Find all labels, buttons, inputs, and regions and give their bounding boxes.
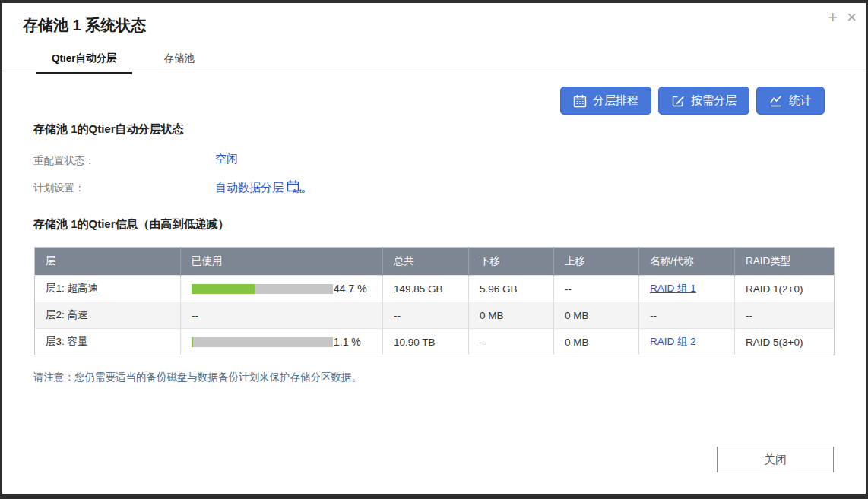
qtier-info-heading: 存储池 1的Qtier信息（由高到低递减） xyxy=(33,217,230,232)
schedule-setting-value: 自动数据分层 Auto xyxy=(215,179,519,197)
reconfig-status-row: 重配置状态： 空闲 xyxy=(33,153,95,168)
cell-tier: 层3: 容量 xyxy=(35,329,181,355)
raid-group-link[interactable]: RAID 组 2 xyxy=(650,336,696,347)
column-header: 名称/代称 xyxy=(639,248,735,276)
table-header-row: 层已使用总共下移上移名称/代称RAID类型 xyxy=(35,248,835,276)
column-header: 总共 xyxy=(383,248,469,276)
cell-total: -- xyxy=(383,302,469,329)
column-header: 下移 xyxy=(469,248,554,276)
cell-tier: 层2: 高速 xyxy=(35,302,181,329)
svg-text:Auto: Auto xyxy=(293,188,305,194)
usage-progress-bar xyxy=(192,284,333,294)
usage-percent-label: 1.1 % xyxy=(334,336,361,348)
cell-name-alias: RAID 组 1 xyxy=(639,276,735,302)
cell-raid-type: RAID 5(3+0) xyxy=(735,329,835,355)
cell-move-down: 0 MB xyxy=(469,302,554,329)
close-button[interactable]: 关闭 xyxy=(717,447,834,472)
calendar-auto-icon: Auto xyxy=(287,179,305,197)
table-row: 层1: 超高速44.7 %149.85 GB5.96 GB--RAID 组 1R… xyxy=(35,276,835,302)
schedule-setting-label: 计划设置： xyxy=(33,182,85,194)
tiering-schedule-label: 分层排程 xyxy=(593,93,638,108)
table-row: 层2: 高速----0 MB0 MB---- xyxy=(35,302,835,329)
maximize-icon[interactable]: + xyxy=(828,8,838,27)
cell-move-down: -- xyxy=(469,329,554,355)
toolbar: 分层排程 按需分层 统计 xyxy=(560,87,825,115)
storage-pool-status-dialog: 存储池 1 系统状态 + × Qtier自动分层 存储池 xyxy=(2,3,866,494)
cell-move-up: 0 MB xyxy=(554,302,639,329)
cell-used: 44.7 % xyxy=(181,276,383,302)
column-header: 上移 xyxy=(554,248,639,276)
usage-progress-bar xyxy=(192,337,333,347)
cell-raid-type: RAID 1(2+0) xyxy=(735,276,835,302)
cell-move-up: 0 MB xyxy=(554,329,639,355)
cell-raid-type: -- xyxy=(735,302,835,329)
dialog-title: 存储池 1 系统状态 xyxy=(23,15,146,36)
calendar-icon xyxy=(573,94,587,108)
cell-move-up: -- xyxy=(554,276,639,302)
line-chart-icon xyxy=(769,94,783,108)
cell-name-alias: RAID 组 2 xyxy=(639,329,735,355)
cell-total: 149.85 GB xyxy=(383,276,469,302)
cell-tier: 层1: 超高速 xyxy=(35,276,181,302)
cell-used: 1.1 % xyxy=(181,329,383,355)
window-controls: + × xyxy=(828,8,857,27)
column-header: RAID类型 xyxy=(735,248,835,276)
edit-icon xyxy=(671,94,685,108)
raid-group-link[interactable]: RAID 组 1 xyxy=(650,283,696,294)
column-header: 已使用 xyxy=(181,248,383,276)
column-header: 层 xyxy=(35,248,181,276)
cell-total: 10.90 TB xyxy=(383,329,469,355)
reconfig-status-label: 重配置状态： xyxy=(33,155,95,166)
table-body: 层1: 超高速44.7 %149.85 GB5.96 GB--RAID 组 1R… xyxy=(35,276,835,355)
qtier-status-heading: 存储池 1的Qtier自动分层状态 xyxy=(33,122,184,137)
reconfig-status-value: 空闲 xyxy=(215,152,519,166)
tier-on-demand-button[interactable]: 按需分层 xyxy=(658,87,749,115)
qtier-info-table: 层已使用总共下移上移名称/代称RAID类型 层1: 超高速44.7 %149.8… xyxy=(34,247,835,355)
tier-on-demand-label: 按需分层 xyxy=(691,93,737,108)
close-icon[interactable]: × xyxy=(847,8,857,27)
table-row: 层3: 容量1.1 %10.90 TB--0 MBRAID 组 2RAID 5(… xyxy=(35,329,835,355)
statistics-label: 统计 xyxy=(789,93,812,108)
cell-used: -- xyxy=(181,302,383,329)
usage-percent-label: 44.7 % xyxy=(334,283,367,295)
schedule-setting-row: 计划设置： 自动数据分层 Auto xyxy=(33,181,85,195)
cell-move-down: 5.96 GB xyxy=(469,276,554,302)
backup-note: 请注意：您仍需要适当的备份磁盘与数据备份计划来保护存储分区数据。 xyxy=(33,371,362,384)
statistics-button[interactable]: 统计 xyxy=(756,87,825,115)
tabs-divider xyxy=(2,71,866,71)
cell-name-alias: -- xyxy=(639,302,735,329)
tiering-schedule-button[interactable]: 分层排程 xyxy=(560,87,651,115)
